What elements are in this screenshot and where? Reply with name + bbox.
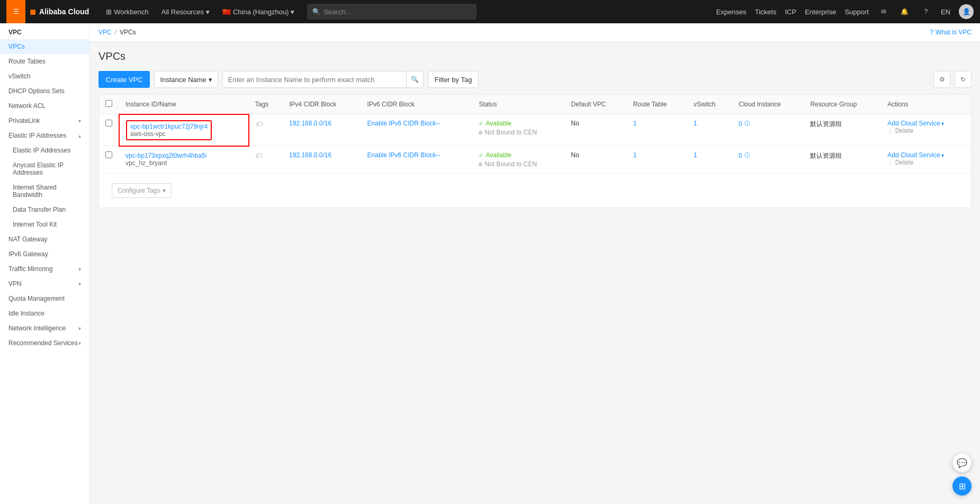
region-nav-item[interactable]: 🇨🇳 China (Hangzhou) ▾ — [216, 0, 301, 23]
sidebar-item-route-tables[interactable]: Route Tables — [0, 54, 89, 69]
sidebar-item-vpn[interactable]: VPN ▾ — [0, 276, 89, 291]
sidebar-item-network-acl[interactable]: Network ACL — [0, 98, 89, 113]
row-2-checkbox[interactable] — [105, 151, 112, 158]
sidebar-item-dhcp[interactable]: DHCP Options Sets — [0, 84, 89, 98]
breadcrumb-current: VPCs — [120, 29, 136, 36]
settings-icon-button[interactable]: ⚙ — [933, 71, 950, 88]
row-1-ipv6: Enable IPv6 CIDR Block-- — [361, 114, 473, 146]
vpc-id-link-1[interactable]: vpc-bp1wctr1kpuc72j79njr4 — [130, 123, 208, 130]
dropdown-arrow-icon: ▾ — [941, 121, 944, 127]
tag-icon-1[interactable]: 🏷 — [256, 120, 263, 128]
header-cloud-instance: Cloud Instance — [732, 95, 804, 114]
chevron-icon: ▾ — [78, 326, 81, 331]
sidebar-item-traffic-mirroring[interactable]: Traffic Mirroring ▾ — [0, 262, 89, 276]
refresh-icon: ↻ — [960, 76, 966, 83]
add-cloud-service-dropdown-1[interactable]: Add Cloud Service ▾ — [887, 120, 965, 127]
instance-name-search-input[interactable] — [223, 76, 406, 84]
help-icon[interactable]: ? — [920, 5, 932, 18]
route-table-link-1[interactable]: 1 — [633, 120, 637, 127]
search-input[interactable] — [323, 8, 471, 16]
ipv4-link-2[interactable]: 192.168.0.0/16 — [289, 151, 331, 159]
add-cloud-service-dropdown-2[interactable]: Add Cloud Service ▾ — [887, 151, 965, 159]
sidebar-item-ipv6-gateway[interactable]: IPv6 Gateway — [0, 247, 89, 262]
sidebar-item-private-link[interactable]: PrivateLink ▾ — [0, 113, 89, 128]
instance-name-filter-select[interactable]: Instance Name ▾ — [154, 71, 218, 88]
avatar[interactable]: 👤 — [959, 4, 974, 19]
row-2-ipv6: Enable IPv6 CIDR Block-- — [361, 146, 473, 174]
content-area: VPCs Create VPC Instance Name ▾ 🔍 Filter… — [90, 42, 980, 217]
info-icon-1[interactable]: ⓘ — [744, 120, 750, 128]
tag-icon-2[interactable]: 🏷 — [255, 151, 263, 160]
enterprise-link[interactable]: Enterprise — [805, 8, 836, 16]
header-tags: Tags — [249, 95, 283, 114]
sidebar-item-nat-gateway[interactable]: NAT Gateway — [0, 232, 89, 247]
chat-button[interactable]: 💬 — [952, 453, 972, 472]
tickets-link[interactable]: Tickets — [755, 8, 777, 16]
bell-icon[interactable]: 🔔 — [898, 5, 911, 18]
sidebar-item-vswitch[interactable]: vSwitch — [0, 69, 89, 84]
select-all-checkbox[interactable] — [105, 100, 112, 107]
logo: ■ Alibaba Cloud — [30, 6, 89, 18]
sidebar-item-network-intelligence[interactable]: Network Intelligence ▾ — [0, 321, 89, 336]
route-table-link-2[interactable]: 1 — [633, 151, 637, 159]
breadcrumb-vpc-link[interactable]: VPC — [98, 29, 112, 36]
ipv4-link-1[interactable]: 192.168.0.0/16 — [289, 120, 331, 127]
menu-button[interactable]: ☰ — [6, 0, 25, 23]
row-1-ipv4: 192.168.0.0/16 — [283, 114, 361, 146]
row-1-actions: Add Cloud Service ▾ | Delete — [881, 114, 971, 146]
row-1-checkbox[interactable] — [105, 120, 112, 127]
header-status: Status — [472, 95, 564, 114]
sidebar-item-recommended-services[interactable]: Recommended Services ▾ — [0, 336, 89, 350]
info-icon-2[interactable]: ⓘ — [744, 151, 750, 159]
search-input-wrap: 🔍 — [222, 71, 424, 88]
sidebar-item-vpcs[interactable]: VPCs — [0, 39, 89, 54]
language-selector[interactable]: EN — [941, 8, 950, 16]
chevron-down-icon: ▾ — [206, 8, 210, 16]
cloud-instance-link-2[interactable]: 0 — [739, 152, 742, 159]
row-2-resource-group: 默认资源组 — [804, 146, 881, 174]
create-vpc-button[interactable]: Create VPC — [98, 71, 150, 88]
ipv6-link-2[interactable]: Enable IPv6 CIDR Block-- — [367, 151, 440, 159]
chevron-down-icon: ▾ — [291, 8, 294, 16]
expenses-link[interactable]: Expenses — [716, 8, 747, 16]
configure-tags-button[interactable]: Configure Tags ▾ — [112, 183, 172, 198]
search-button[interactable]: 🔍 — [406, 71, 423, 88]
filter-by-tag-button[interactable]: Filter by Tag — [428, 71, 479, 88]
menu-icon: ☰ — [13, 8, 19, 15]
vswitch-link-1[interactable]: 1 — [694, 120, 697, 127]
workbench-nav-item[interactable]: ⊞ Workbench — [100, 0, 155, 23]
what-is-vpc-link[interactable]: ? What is VPC — [930, 29, 972, 36]
support-link[interactable]: Support — [844, 8, 869, 16]
cloud-instance-link-1[interactable]: 0 — [739, 120, 742, 128]
chevron-icon: ▴ — [78, 133, 81, 139]
nav-right-section: Expenses Tickets ICP Enterprise Support … — [716, 4, 974, 19]
top-navigation: ☰ ■ Alibaba Cloud ⊞ Workbench All Resour… — [0, 0, 980, 23]
sidebar-item-internet-tool[interactable]: Internet Tool Kit — [0, 217, 89, 232]
page-layout: VPC VPCs Route Tables vSwitch DHCP Optio… — [0, 23, 980, 504]
delete-button-2[interactable]: Delete — [895, 159, 914, 166]
icp-link[interactable]: ICP — [785, 8, 796, 16]
all-resources-nav-item[interactable]: All Resources ▾ — [155, 0, 216, 23]
row-2-tags: 🏷 — [249, 146, 283, 174]
row-1-instance-id: vpc-bp1wctr1kpuc72j79njr4 aws-oss-vpc — [119, 114, 249, 146]
vpc-table: Instance ID/Name Tags IPv4 CIDR Block IP… — [98, 94, 972, 208]
sidebar-item-elastic-ip[interactable]: Elastic IP Addresses ▴ — [0, 128, 89, 143]
sidebar-item-idle-instance[interactable]: Idle Instance — [0, 306, 89, 321]
sidebar-item-quota[interactable]: Quota Management — [0, 291, 89, 306]
sidebar-item-data-transfer[interactable]: Data Transfer Plan — [0, 202, 89, 217]
header-instance-id: Instance ID/Name — [119, 95, 249, 114]
refresh-button[interactable]: ↻ — [955, 71, 972, 88]
sidebar: VPC VPCs Route Tables vSwitch DHCP Optio… — [0, 23, 90, 504]
sidebar-collapse-button[interactable]: ‹ — [89, 253, 90, 274]
sidebar-item-elastic-ip-sub[interactable]: Elastic IP Addresses — [0, 143, 89, 158]
vswitch-link-2[interactable]: 1 — [694, 151, 697, 159]
delete-button-1[interactable]: Delete — [895, 127, 914, 134]
sidebar-item-anycast[interactable]: Anycast Elastic IP Addresses — [0, 158, 89, 180]
sidebar-item-shared-bandwidth[interactable]: Internet Shared Bandwidth — [0, 180, 89, 202]
vpc-id-link-2[interactable]: vpc-bp173xpxq2t0wrh4hba5i — [125, 152, 242, 159]
message-icon[interactable]: ✉ — [877, 5, 890, 18]
help-circle-button[interactable]: ⊞ — [952, 476, 972, 496]
workbench-icon: ⊞ — [106, 8, 112, 16]
status-available-1: ✓ Available — [479, 120, 558, 127]
ipv6-link-1[interactable]: Enable IPv6 CIDR Block-- — [367, 120, 440, 127]
